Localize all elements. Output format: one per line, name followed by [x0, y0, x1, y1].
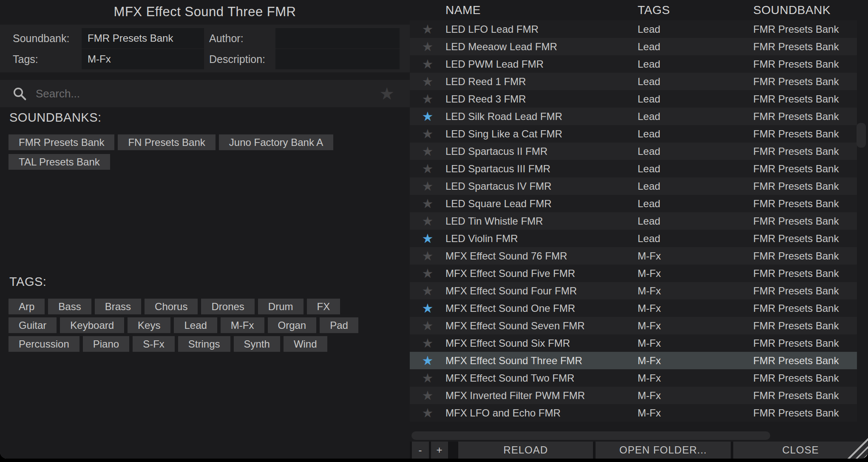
- favorite-star-icon[interactable]: ★: [410, 404, 445, 422]
- tag-filter-button[interactable]: Guitar: [9, 317, 57, 333]
- tags-heading: TAGS:: [9, 275, 46, 289]
- tag-filter-button[interactable]: Chorus: [145, 299, 198, 314]
- tag-filter-button[interactable]: Strings: [178, 336, 230, 352]
- description-value-field[interactable]: [275, 49, 400, 69]
- tag-filter-button[interactable]: Piano: [83, 336, 129, 352]
- preset-row[interactable]: ★LED Tin Whistle FMRLeadFMR Presets Bank: [410, 212, 857, 230]
- preset-row[interactable]: ★MFX Effect Sound Seven FMRM-FxFMR Prese…: [410, 317, 857, 334]
- favorite-star-icon[interactable]: ★: [410, 125, 445, 143]
- favorite-star-icon[interactable]: ★: [410, 73, 445, 90]
- preset-row[interactable]: ★LED LFO Lead FMRLeadFMR Presets Bank: [410, 20, 857, 38]
- column-header-soundbank[interactable]: SOUNDBANK: [753, 3, 857, 17]
- soundbank-filter-button[interactable]: FN Presets Bank: [118, 134, 215, 150]
- tag-filter-button[interactable]: Lead: [174, 317, 217, 333]
- tag-filter-button[interactable]: Percussion: [9, 336, 79, 352]
- favorite-star-icon[interactable]: ★: [410, 177, 445, 195]
- preset-row[interactable]: ★LED Square Lead FMRLeadFMR Presets Bank: [410, 195, 857, 212]
- preset-tags: M-Fx: [638, 337, 753, 349]
- favorite-star-icon[interactable]: ★: [410, 195, 445, 212]
- tag-filter-button[interactable]: Bass: [48, 299, 91, 314]
- preset-tags: M-Fx: [638, 268, 753, 279]
- footer-toolbar: - + RELOAD OPEN FOLDER... CLOSE: [410, 442, 868, 459]
- favorite-star-icon[interactable]: ★: [410, 90, 445, 108]
- tag-filter-button[interactable]: Synth: [234, 336, 280, 352]
- preset-info-panel: Soundbank: FMR Presets Bank Tags: M-Fx A…: [0, 25, 410, 72]
- preset-tags: Lead: [638, 111, 753, 123]
- tag-filter-button[interactable]: Pad: [320, 317, 358, 333]
- close-button[interactable]: CLOSE: [733, 442, 868, 459]
- preset-soundbank: FMR Presets Bank: [753, 372, 857, 384]
- preset-row[interactable]: ★MFX Effect Sound 76 FMRM-FxFMR Presets …: [410, 247, 857, 265]
- favorite-star-icon[interactable]: ★: [410, 317, 445, 334]
- favorite-star-icon[interactable]: ★: [410, 299, 445, 317]
- favorite-star-icon[interactable]: ★: [410, 247, 445, 265]
- preset-row[interactable]: ★MFX Effect Sound Six FMRM-FxFMR Presets…: [410, 334, 857, 352]
- tag-filter-button[interactable]: Drones: [201, 299, 254, 314]
- horizontal-scrollbar-thumb[interactable]: [411, 431, 770, 440]
- tag-filter-row: GuitarKeyboardKeysLeadM-FxOrganPad: [9, 317, 400, 333]
- preset-name: LED Silk Road Lead FMR: [445, 111, 638, 123]
- favorite-star-icon[interactable]: ★: [410, 282, 445, 299]
- tag-filter-button[interactable]: Keys: [128, 317, 170, 333]
- favorites-filter-star-icon[interactable]: ★: [379, 83, 394, 105]
- preset-row[interactable]: ★LED Sing Like a Cat FMRLeadFMR Presets …: [410, 125, 857, 143]
- vertical-scrollbar-thumb[interactable]: [857, 123, 866, 148]
- tag-filter-button[interactable]: Drum: [258, 299, 304, 314]
- preset-list-panel: NAME TAGS SOUNDBANK ★LED LFO Lead FMRLea…: [410, 0, 868, 459]
- preset-row[interactable]: ★MFX LFO and Echo FMRM-FxFMR Presets Ban…: [410, 404, 857, 422]
- preset-row[interactable]: ★MFX Effect Sound Four FMRM-FxFMR Preset…: [410, 282, 857, 299]
- soundbank-filter-button[interactable]: TAL Presets Bank: [9, 154, 110, 170]
- favorite-star-icon[interactable]: ★: [410, 108, 445, 125]
- tag-filter-button[interactable]: Wind: [284, 336, 327, 352]
- preset-row[interactable]: ★LED Reed 1 FMRLeadFMR Presets Bank: [410, 73, 857, 90]
- preset-row[interactable]: ★LED Meeaow Lead FMRLeadFMR Presets Bank: [410, 38, 857, 55]
- reload-button[interactable]: RELOAD: [458, 442, 593, 459]
- author-value-field[interactable]: [275, 28, 400, 48]
- tags-value-field[interactable]: M-Fx: [82, 49, 204, 69]
- favorite-star-icon[interactable]: ★: [410, 265, 445, 282]
- tag-filter-button[interactable]: M-Fx: [221, 317, 264, 333]
- preset-name: LED Sing Like a Cat FMR: [445, 128, 638, 140]
- favorite-star-icon[interactable]: ★: [410, 212, 445, 230]
- preset-row[interactable]: ★MFX Effect Sound Two FMRM-FxFMR Presets…: [410, 369, 857, 387]
- tag-filter-button[interactable]: S-Fx: [133, 336, 175, 352]
- tag-filter-button[interactable]: FX: [307, 299, 340, 314]
- preset-row[interactable]: ★LED Spartacus IV FMRLeadFMR Presets Ban…: [410, 177, 857, 195]
- favorite-star-icon[interactable]: ★: [410, 352, 445, 369]
- tag-filter-button[interactable]: Organ: [268, 317, 317, 333]
- font-larger-button[interactable]: +: [431, 442, 448, 459]
- column-header-name[interactable]: NAME: [445, 3, 638, 17]
- preset-row[interactable]: ★MFX Effect Sound Three FMRM-FxFMR Prese…: [410, 352, 857, 369]
- preset-row[interactable]: ★LED Silk Road Lead FMRLeadFMR Presets B…: [410, 108, 857, 125]
- font-smaller-button[interactable]: -: [412, 442, 429, 459]
- preset-row[interactable]: ★LED PWM Lead FMRLeadFMR Presets Bank: [410, 55, 857, 73]
- favorite-star-icon[interactable]: ★: [410, 143, 445, 160]
- preset-row[interactable]: ★LED Spartacus II FMRLeadFMR Presets Ban…: [410, 143, 857, 160]
- search-input[interactable]: [36, 80, 333, 107]
- favorite-star-icon[interactable]: ★: [410, 369, 445, 387]
- preset-name: MFX Effect Sound One FMR: [445, 302, 638, 314]
- column-header-tags[interactable]: TAGS: [638, 3, 753, 17]
- preset-row[interactable]: ★MFX Inverted Filter PWM FMRM-FxFMR Pres…: [410, 387, 857, 404]
- preset-row[interactable]: ★LED Reed 3 FMRLeadFMR Presets Bank: [410, 90, 857, 108]
- favorite-star-icon[interactable]: ★: [410, 230, 445, 247]
- tag-filter-button[interactable]: Keyboard: [60, 317, 124, 333]
- soundbank-filter-button[interactable]: Juno Factory Bank A: [219, 134, 333, 150]
- favorite-star-icon[interactable]: ★: [410, 387, 445, 404]
- tag-filter-button[interactable]: Brass: [95, 299, 141, 314]
- favorite-star-icon[interactable]: ★: [410, 20, 445, 38]
- preset-tags: M-Fx: [638, 302, 753, 314]
- preset-row[interactable]: ★MFX Effect Sound One FMRM-FxFMR Presets…: [410, 299, 857, 317]
- preset-row[interactable]: ★LED Spartacus III FMRLeadFMR Presets Ba…: [410, 160, 857, 177]
- soundbank-value-field[interactable]: FMR Presets Bank: [82, 28, 204, 48]
- favorite-star-icon[interactable]: ★: [410, 55, 445, 73]
- open-folder-button[interactable]: OPEN FOLDER...: [596, 442, 730, 459]
- favorite-star-icon[interactable]: ★: [410, 160, 445, 177]
- preset-row[interactable]: ★MFX Effect Sound Five FMRM-FxFMR Preset…: [410, 265, 857, 282]
- favorite-star-icon[interactable]: ★: [410, 38, 445, 55]
- soundbank-filter-button[interactable]: FMR Presets Bank: [9, 134, 114, 150]
- preset-name: MFX Effect Sound 76 FMR: [445, 250, 638, 262]
- favorite-star-icon[interactable]: ★: [410, 334, 445, 352]
- preset-row[interactable]: ★LED Violin FMRLeadFMR Presets Bank: [410, 230, 857, 247]
- tag-filter-button[interactable]: Arp: [9, 299, 45, 314]
